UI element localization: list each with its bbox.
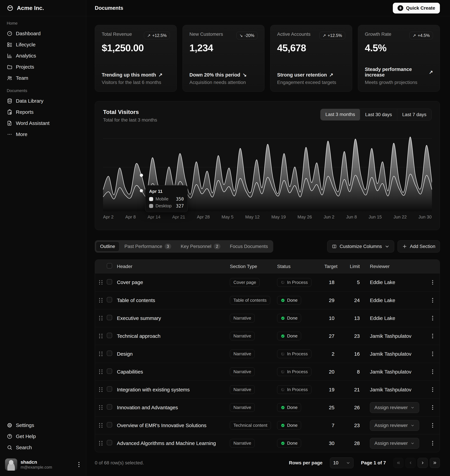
select-all-checkbox[interactable] [107,263,112,268]
sidebar-item-settings[interactable]: Settings [3,420,83,431]
range-last-7-days[interactable]: Last 7 days [397,109,432,120]
status-cell: Done [277,421,324,430]
visitors-area-chart[interactable]: Apr 11 Mobile 350 Desktop 327 [103,129,432,211]
row-menu-dots-icon[interactable] [426,421,440,430]
sidebar-item-word-assistant[interactable]: Word Assistant [3,118,83,129]
sidebar-item-more[interactable]: More [3,129,83,140]
stat-line2: Meets growth projections [365,80,433,85]
assign-reviewer-select[interactable]: Assign reviewer [370,438,419,449]
row-menu-dots-icon[interactable] [426,350,440,358]
first-page-button[interactable] [393,458,403,468]
check-circle-icon [281,316,285,320]
table-row: Integration with existing systemsNarrati… [95,381,440,399]
row-checkbox[interactable] [107,333,112,338]
row-checkbox[interactable] [107,351,112,356]
row-checkbox[interactable] [107,386,112,392]
sidebar-item-dashboard[interactable]: Dashboard [3,28,83,39]
row-header-link[interactable]: Advanced Algorithms and Machine Learning [117,441,230,446]
stat-line1: Strong user retention↗ [277,72,345,78]
drag-handle-icon[interactable] [95,405,107,410]
drag-handle-icon[interactable] [95,370,107,374]
row-checkbox[interactable] [107,315,112,320]
tab-key-personnel[interactable]: Key Personnel2 [176,241,225,252]
row-header-link[interactable]: Capabilities [117,369,230,375]
pager-buttons [393,458,440,468]
last-page-button[interactable] [430,458,440,468]
drag-handle-icon[interactable] [95,280,107,285]
sidebar-item-team[interactable]: Team [3,72,83,84]
row-header-link[interactable]: Overview of EMR's Innovative Solutions [117,423,230,428]
drag-handle-icon[interactable] [95,387,107,392]
row-menu-dots-icon[interactable] [426,296,440,305]
assign-reviewer-select[interactable]: Assign reviewer [370,402,419,413]
row-menu-dots-icon[interactable] [426,314,440,322]
assign-reviewer-select[interactable]: Assign reviewer [370,420,419,431]
row-menu-dots-icon[interactable] [426,278,440,287]
customize-columns-button[interactable]: Customize Columns [327,240,394,252]
rows-per-page-select[interactable]: 10 [330,458,354,468]
row-menu-dots-icon[interactable] [426,385,440,394]
sidebar-item-projects[interactable]: Projects [3,61,83,72]
drag-handle-icon[interactable] [95,298,107,302]
limit-value: 13 [345,315,370,321]
row-menu-dots-icon[interactable] [426,332,440,340]
range-last-3-months[interactable]: Last 3 months [320,109,360,121]
stat-card-head: Active Accounts↗+12.5% [277,32,345,40]
row-header-link[interactable]: Integration with existing systems [117,387,230,393]
tab-focus-documents[interactable]: Focus Documents [225,241,272,251]
drag-handle-icon[interactable] [95,423,107,428]
add-section-button[interactable]: Add Section [397,240,440,252]
section-type-badge: Narrative [230,350,255,358]
row-header-link[interactable]: Technical approach [117,333,230,339]
sidebar-item-lifecycle[interactable]: Lifecycle [3,39,83,50]
stat-footer: Strong user retention↗Engagement exceed … [277,72,345,85]
tab-past-performance[interactable]: Past Performance3 [120,241,176,252]
sidebar-item-get-help[interactable]: Get Help [3,431,83,442]
row-checkbox[interactable] [107,440,112,445]
row-menu-dots-icon[interactable] [426,439,440,447]
sidebar-item-analytics[interactable]: Analytics [3,50,83,61]
trending-up-icon: ↗ [329,72,333,78]
chart-bar-icon [7,53,12,59]
range-last-30-days[interactable]: Last 30 days [360,109,397,120]
stat-line1: Trending up this month↗ [102,72,170,78]
sidebar-item-data-library[interactable]: Data Library [3,95,83,106]
sidebar-item-reports[interactable]: Reports [3,106,83,118]
status-label: Done [287,333,297,339]
row-header-link[interactable]: Table of contents [117,297,230,303]
reviewer-name: Jamik Tashpulatov [370,369,411,375]
user-menu-dots-icon[interactable] [77,460,81,469]
user-menu[interactable]: shadcn m@example.com [3,457,83,472]
drag-handle-icon[interactable] [95,441,107,446]
row-header-link[interactable]: Design [117,351,230,357]
row-checkbox[interactable] [107,368,112,374]
prev-page-button[interactable] [405,458,416,468]
reviewer-name: Eddie Lake [370,315,395,321]
table-header-row: Header Section Type Status Target Limit … [95,260,440,273]
row-checkbox[interactable] [107,279,112,284]
row-checkbox[interactable] [107,422,112,427]
drag-handle-icon[interactable] [95,334,107,338]
tab-outline[interactable]: Outline [96,242,119,251]
row-menu-dots-icon[interactable] [426,367,440,376]
x-tick: Jun 22 [393,215,407,220]
sidebar-item-label: Reports [16,109,34,115]
row-checkbox[interactable] [107,297,112,302]
row-header-link[interactable]: Cover page [117,279,230,285]
sidebar-item-label: Dashboard [16,31,41,36]
brand[interactable]: Acme Inc. [0,0,86,16]
drag-handle-icon[interactable] [95,316,107,320]
type-cell: Technical content [230,421,277,430]
table-row: CapabilitiesNarrativeIn Process208Jamik … [95,363,440,381]
sidebar-item-search[interactable]: Search [3,442,83,453]
sidebar-item-label: Lifecycle [16,42,36,47]
drag-handle-icon[interactable] [95,352,107,356]
loader-icon [281,370,285,374]
row-menu-cell [426,403,440,412]
row-checkbox[interactable] [107,404,112,410]
row-header-link[interactable]: Innovation and Advantages [117,405,230,410]
quick-create-button[interactable]: Quick Create [393,3,440,13]
row-header-link[interactable]: Executive summary [117,315,230,321]
row-menu-dots-icon[interactable] [426,403,440,412]
next-page-button[interactable] [418,458,428,468]
